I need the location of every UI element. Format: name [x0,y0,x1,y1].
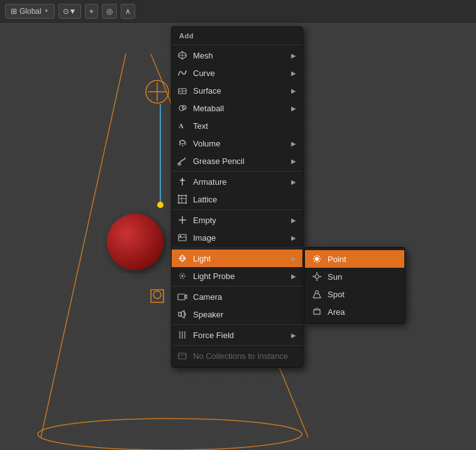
lattice-icon [177,194,188,205]
separator-5 [172,286,302,287]
surface-arrow: ▶ [291,87,296,94]
speaker-icon [177,309,188,320]
spot-label: Spot [328,290,397,299]
menu-item-speaker[interactable]: Speaker [172,305,302,323]
no-collections-icon [177,350,188,361]
camera-label: Camera [193,292,296,302]
volume-icon [177,138,188,149]
add-menu: Add Mesh ▶ Curve ▶ Surface ▶ Metaball ▶ … [171,26,303,368]
separator-6 [172,324,302,325]
svg-point-64 [182,275,184,277]
submenu-point[interactable]: Point [305,250,404,268]
svg-point-11 [153,291,161,299]
submenu-sun[interactable]: Sun [305,268,404,285]
grease-pencil-label: Grease Pencil [193,156,286,166]
menu-item-armature[interactable]: Armature ▶ [172,173,302,190]
curve-icon [177,67,188,79]
submenu-spot[interactable]: Spot [305,285,404,303]
svg-rect-60 [314,310,320,314]
area-icon [311,306,323,317]
spot-icon [311,288,323,300]
mesh-arrow: ▶ [291,52,296,59]
chevron-down-icon: ▼ [44,8,49,14]
force-field-icon [177,329,188,341]
menu-title: Add [172,30,302,43]
camera-icon [177,291,188,302]
lattice-label: Lattice [193,195,296,204]
sun-icon [311,271,323,282]
proportional-btn[interactable]: ◎ [102,4,117,19]
svg-point-20 [179,106,184,111]
menu-item-volume[interactable]: Volume ▶ [172,134,302,152]
pivot-btn[interactable]: ⊙ ▼ [58,4,81,19]
separator-4 [172,248,302,248]
svg-rect-10 [151,290,163,302]
menu-item-camera[interactable]: Camera [172,288,302,305]
light-probe-label: Light Probe [193,272,286,281]
transform-icon: ⊞ [11,7,17,16]
svg-line-57 [313,294,315,298]
menu-item-surface[interactable]: Surface ▶ [172,82,302,99]
metaball-label: Metaball [193,104,286,113]
speaker-label: Speaker [193,310,296,319]
svg-marker-68 [181,310,184,318]
light-label: Light [193,254,286,263]
svg-point-42 [315,257,319,261]
empty-icon [177,214,188,226]
svg-rect-72 [179,353,186,359]
grease-pencil-arrow: ▶ [291,158,296,165]
svg-point-32 [178,195,179,196]
menu-item-no-collections: No Collections to Instance [172,347,302,365]
light-icon [177,253,188,264]
snap-btn[interactable]: ⌖ [85,4,98,19]
menu-item-empty[interactable]: Empty ▶ [172,211,302,229]
svg-marker-28 [181,178,184,181]
svg-rect-29 [179,195,186,203]
menu-item-force-field[interactable]: Force Field ▶ [172,326,302,344]
separator-1 [172,45,302,45]
volume-label: Volume [193,139,286,148]
svg-rect-65 [178,294,185,300]
point-label: Point [328,255,397,264]
menu-item-mesh[interactable]: Mesh ▶ [172,47,302,64]
force-field-label: Force Field [193,331,286,340]
menu-item-lattice[interactable]: Lattice [172,190,302,208]
menu-item-metaball[interactable]: Metaball ▶ [172,99,302,117]
svg-line-48 [319,261,320,262]
metaball-arrow: ▶ [291,105,296,112]
svg-point-51 [315,275,319,278]
svg-line-58 [319,294,321,298]
empty-label: Empty [193,216,286,225]
svg-line-4 [41,54,126,437]
curve-label: Curve [193,69,286,78]
top-toolbar: ⊞ Global ▼ ⊙ ▼ ⌖ ◎ ∧ [0,0,476,23]
submenu-area[interactable]: Area [305,303,404,321]
menu-item-text[interactable]: A Text [172,117,302,134]
svg-line-49 [319,256,320,258]
image-icon [177,232,188,243]
menu-item-grease-pencil[interactable]: Grease Pencil ▶ [172,152,302,170]
force-field-arrow: ▶ [291,332,296,339]
image-label: Image [193,233,286,243]
image-arrow: ▶ [291,234,296,241]
menu-item-light[interactable]: Light ▶ Point Sun Spot [172,250,302,267]
point-icon [311,253,323,265]
volume-arrow: ▶ [291,140,296,147]
sun-label: Sun [328,272,397,282]
separator-3 [172,209,302,210]
empty-arrow: ▶ [291,217,296,224]
mesh-label: Mesh [193,51,286,60]
no-collections-label: No Collections to Instance [193,351,296,361]
menu-item-curve[interactable]: Curve ▶ [172,64,302,82]
svg-point-56 [316,291,319,294]
menu-item-light-probe[interactable]: Light Probe ▶ [172,267,302,285]
svg-point-35 [185,202,187,204]
shading-btn[interactable]: ∧ [121,4,135,19]
area-label: Area [328,307,397,317]
text-label: Text [193,121,296,131]
transform-orientation-btn[interactable]: ⊞ Global ▼ [5,4,55,19]
svg-point-6 [38,419,302,450]
transform-label: Global [19,7,42,16]
separator-2 [172,171,302,172]
menu-item-image[interactable]: Image ▶ [172,229,302,246]
